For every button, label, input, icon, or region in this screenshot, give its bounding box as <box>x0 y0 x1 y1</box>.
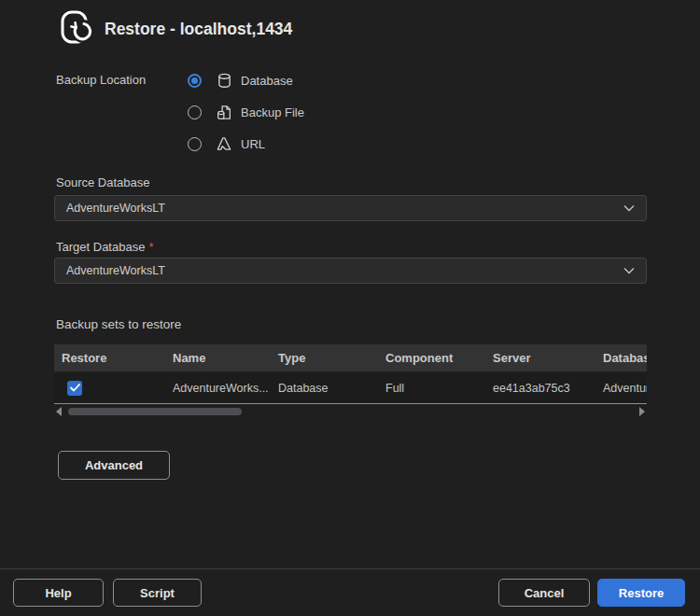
chevron-down-icon <box>623 202 635 215</box>
column-header-component: Component <box>378 351 485 365</box>
cell-database: AdventureWorksLT <box>595 382 647 395</box>
source-database-dropdown[interactable]: AdventureWorksLT <box>54 195 647 221</box>
radio-option-database[interactable]: Database <box>188 64 304 96</box>
radio-label: URL <box>241 137 265 151</box>
target-database-value: AdventureWorksLT <box>66 264 165 277</box>
cell-name: AdventureWorks... <box>165 382 271 395</box>
help-button[interactable]: Help <box>13 579 104 607</box>
table-bottom-border <box>54 403 647 404</box>
column-header-type: Type <box>271 351 378 365</box>
radio-selected-icon[interactable] <box>188 74 202 88</box>
advanced-button[interactable]: Advanced <box>58 451 170 480</box>
cancel-button[interactable]: Cancel <box>498 579 590 607</box>
radio-unselected-icon[interactable] <box>188 137 202 151</box>
cell-server: ee41a3ab75c3 <box>485 382 595 395</box>
backup-file-icon <box>216 104 232 120</box>
backup-sets-label: Backup sets to restore <box>56 317 181 331</box>
horizontal-scrollbar[interactable] <box>54 406 647 417</box>
radio-option-url[interactable]: URL <box>188 128 304 160</box>
backup-location-label: Backup Location <box>56 73 146 87</box>
script-button[interactable]: Script <box>113 579 202 607</box>
required-asterisk: * <box>148 240 153 254</box>
source-database-label: Source Database <box>56 175 149 189</box>
chevron-down-icon <box>623 264 635 277</box>
table-row[interactable]: AdventureWorks... Database Full ee41a3ab… <box>54 373 647 402</box>
column-header-server: Server <box>485 351 595 365</box>
scroll-right-arrow-icon[interactable] <box>639 407 645 416</box>
scrollbar-thumb[interactable] <box>68 408 242 415</box>
column-header-restore: Restore <box>54 351 165 365</box>
dialog-title: Restore - localhost,1434 <box>105 20 292 39</box>
radio-option-backup-file[interactable]: Backup File <box>188 96 304 128</box>
radio-label: Backup File <box>241 105 304 119</box>
target-database-label: Target Database <box>56 240 145 254</box>
cell-component: Full <box>378 382 485 395</box>
column-header-name: Name <box>165 351 271 365</box>
restore-database-icon <box>55 7 96 48</box>
check-icon <box>70 382 80 395</box>
source-database-value: AdventureWorksLT <box>66 202 165 215</box>
scrollbar-track[interactable] <box>62 406 639 417</box>
database-icon <box>216 72 232 89</box>
restore-checkbox[interactable] <box>67 381 82 396</box>
backup-location-radio-group: Database Backup File URL <box>188 64 304 160</box>
column-header-database: Database <box>595 351 647 365</box>
footer-divider <box>0 568 700 569</box>
cell-type: Database <box>271 382 378 395</box>
radio-unselected-icon[interactable] <box>188 105 202 119</box>
target-database-dropdown[interactable]: AdventureWorksLT <box>54 258 647 284</box>
azure-url-icon <box>216 135 232 152</box>
radio-label: Database <box>241 74 293 88</box>
backup-sets-table-header: Restore Name Type Component Server Datab… <box>54 344 647 371</box>
restore-button[interactable]: Restore <box>597 579 685 607</box>
